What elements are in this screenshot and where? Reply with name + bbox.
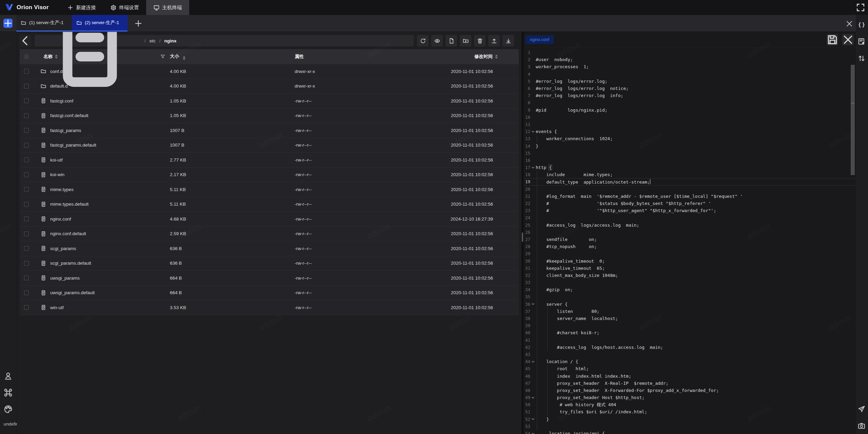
code-line-1[interactable]: 1: [524, 49, 856, 56]
file-name-cell[interactable]: fastcgi.conf.default: [39, 113, 170, 118]
select-all-checkbox[interactable]: [24, 54, 29, 59]
row-checkbox[interactable]: [24, 98, 29, 103]
file-name-cell[interactable]: nginx.conf: [39, 216, 170, 222]
row-checkbox[interactable]: [24, 290, 29, 295]
code-line-20[interactable]: 20: [524, 186, 856, 193]
code-line-4[interactable]: 4: [524, 71, 856, 78]
table-row[interactable]: scgi_params.default636 B-rw-r--r--2020-1…: [20, 256, 519, 271]
code-line-33[interactable]: 33: [524, 279, 856, 286]
back-button[interactable]: [20, 35, 31, 46]
send-button[interactable]: [858, 405, 866, 413]
code-line-35[interactable]: 35: [524, 293, 856, 300]
file-name-cell[interactable]: default.d: [39, 83, 170, 89]
upload-button[interactable]: [488, 35, 500, 46]
table-row[interactable]: koi-win2.17 KB-rw-r--r--2020-11-01 10:02…: [20, 168, 519, 183]
terminal-tab-2[interactable]: (2) server-生产-1: [72, 15, 127, 32]
file-name-cell[interactable]: mime.types: [39, 187, 170, 192]
file-name-cell[interactable]: koi-utf: [39, 157, 170, 163]
row-checkbox[interactable]: [24, 276, 29, 280]
code-line-36[interactable]: 36 server {: [524, 301, 856, 308]
code-line-26[interactable]: 26: [524, 229, 856, 236]
code-line-52[interactable]: 52 }: [524, 416, 856, 423]
file-name-cell[interactable]: fastcgi.conf: [39, 98, 170, 103]
code-line-8[interactable]: 8: [524, 99, 856, 106]
row-checkbox[interactable]: [24, 216, 29, 221]
column-header-mtime[interactable]: 修改时间: [439, 54, 519, 60]
code-line-15[interactable]: 15: [524, 150, 856, 157]
code-line-2[interactable]: 2#user nobody;: [524, 56, 856, 63]
table-row[interactable]: fastcgi_params.default1007 B-rw-r--r--20…: [20, 138, 519, 153]
code-line-6[interactable]: 6#error_log logs/error.log notice;: [524, 85, 856, 92]
file-name-cell[interactable]: koi-win: [39, 172, 170, 177]
code-line-45[interactable]: 45 root html;: [524, 365, 856, 372]
row-checkbox[interactable]: [24, 84, 29, 89]
code-line-24[interactable]: 24: [524, 214, 856, 221]
menu-terminal-settings[interactable]: 终端设置: [103, 0, 146, 15]
column-header-size[interactable]: 大小: [170, 53, 295, 60]
code-line-19[interactable]: 19 default_type application/octet-stream…: [524, 178, 856, 185]
row-checkbox[interactable]: [24, 157, 29, 162]
resize-handle[interactable]: [522, 232, 523, 242]
row-checkbox[interactable]: [24, 187, 29, 192]
swap-vertical-button[interactable]: [858, 54, 866, 62]
code-line-46[interactable]: 46 index index.html index.htm;: [524, 372, 856, 379]
code-line-49[interactable]: 49 proxy_set_header Host $http_host;: [524, 394, 856, 401]
code-line-43[interactable]: 43: [524, 351, 856, 358]
breadcrumb-segment-etc[interactable]: etc: [150, 38, 156, 43]
code-line-41[interactable]: 41: [524, 337, 856, 344]
file-name-cell[interactable]: mime.types.default: [39, 202, 170, 207]
settings-button[interactable]: undefined: [4, 421, 13, 431]
table-row[interactable]: fastcgi.conf1.05 KB-rw-r--r--2020-11-01 …: [20, 94, 519, 109]
file-name-cell[interactable]: scgi_params.default: [39, 261, 170, 266]
close-editor-button[interactable]: [842, 34, 854, 45]
table-row[interactable]: nginx.conf4.68 KB-rw-r--r--2024-12-10 16…: [20, 212, 519, 227]
breadcrumb[interactable]: / etc / nginx: [35, 35, 414, 46]
table-row[interactable]: nginx.conf.default2.59 KB-rw-r--r--2020-…: [20, 227, 519, 242]
save-button[interactable]: [827, 34, 838, 45]
table-row[interactable]: uwsgi_params664 B-rw-r--r--2020-11-01 10…: [20, 271, 519, 286]
editor-scrollbar[interactable]: [851, 65, 855, 175]
doc-bookmark-button[interactable]: [858, 37, 866, 45]
fold-chevron-icon[interactable]: [530, 432, 536, 434]
code-line-14[interactable]: 14}: [524, 142, 856, 149]
table-row[interactable]: fastcgi_params1007 B-rw-r--r--2020-11-01…: [20, 123, 519, 138]
code-line-53[interactable]: 53: [524, 423, 856, 430]
code-line-12[interactable]: 12events {: [524, 128, 856, 135]
fold-chevron-icon[interactable]: [530, 166, 536, 169]
table-row[interactable]: win-utf3.53 KB-rw-r--r--2020-11-01 10:02…: [20, 300, 519, 315]
row-checkbox[interactable]: [24, 231, 29, 236]
close-panel-button[interactable]: [846, 20, 853, 27]
code-line-3[interactable]: 3worker_processes 1;: [524, 63, 856, 70]
code-line-5[interactable]: 5#error_log logs/error.log;: [524, 78, 856, 85]
sort-icons[interactable]: [55, 55, 58, 59]
code-line-51[interactable]: 51 try_files $uri $uri/ /index.html;: [524, 408, 856, 415]
add-tab-button[interactable]: [134, 19, 142, 27]
code-line-28[interactable]: 28 #tcp_nopush on;: [524, 243, 856, 250]
code-line-22[interactable]: 22 # '$status $body_bytes_sent "$http_re…: [524, 200, 856, 207]
table-row[interactable]: mime.types5.11 KB-rw-r--r--2020-11-01 10…: [20, 182, 519, 197]
new-file-button[interactable]: [446, 35, 457, 46]
code-editor[interactable]: 12#user nobody;3worker_processes 1;45#er…: [524, 48, 856, 434]
menu-new-connection[interactable]: 新建连接: [60, 0, 103, 15]
table-row[interactable]: fastcgi.conf.default1.05 KB-rw-r--r--202…: [20, 109, 519, 124]
braces-button[interactable]: { }: [858, 20, 866, 29]
table-row[interactable]: uwsgi_params.default664 B-rw-r--r--2020-…: [20, 286, 519, 301]
code-line-44[interactable]: 44 location / {: [524, 358, 856, 365]
camera-button[interactable]: [858, 422, 866, 430]
code-line-31[interactable]: 31 keepalive_timeout 65;: [524, 265, 856, 272]
table-row[interactable]: koi-utf2.77 KB-rw-r--r--2020-11-01 10:02…: [20, 153, 519, 168]
row-checkbox[interactable]: [24, 113, 29, 118]
row-checkbox[interactable]: [24, 172, 29, 177]
code-line-21[interactable]: 21 #log_format main '$remote_addr - $rem…: [524, 193, 856, 200]
row-checkbox[interactable]: [24, 261, 29, 266]
code-line-54[interactable]: 54 location /orion/api {: [524, 430, 856, 434]
code-line-9[interactable]: 9#pid logs/nginx.pid;: [524, 107, 856, 114]
new-connection-button[interactable]: [3, 19, 13, 28]
code-line-17[interactable]: 17http {: [524, 164, 856, 171]
eye-button[interactable]: [431, 35, 443, 46]
sort-icons[interactable]: [495, 55, 498, 59]
file-name-cell[interactable]: scgi_params: [39, 246, 170, 251]
sort-icons[interactable]: [183, 56, 185, 60]
breadcrumb-segment-nginx[interactable]: nginx: [164, 38, 177, 43]
file-name-cell[interactable]: fastcgi_params: [39, 128, 170, 133]
